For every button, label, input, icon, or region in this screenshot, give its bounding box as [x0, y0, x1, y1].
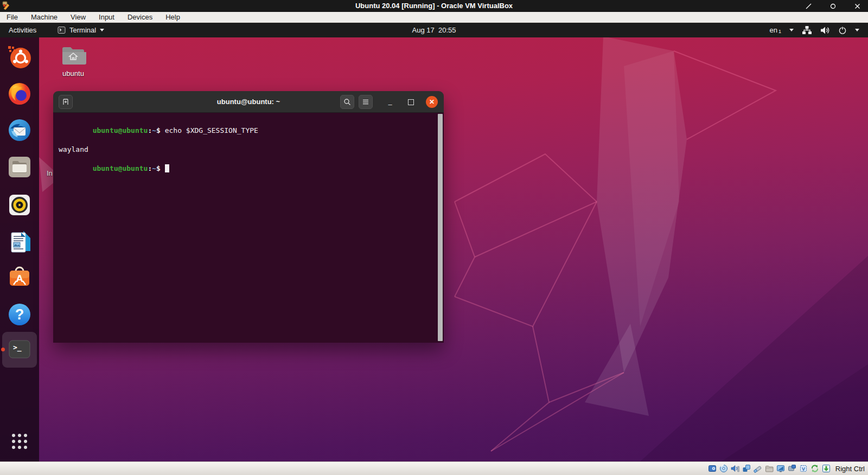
running-indicator-dot — [1, 348, 5, 351]
desktop-icon-label-partial: In — [47, 169, 53, 177]
home-folder-icon — [60, 44, 86, 66]
ubuntu-desktop: Activities Terminal Aug 17 20:55 en1 — [0, 23, 868, 461]
power-icon — [838, 26, 847, 35]
menu-devices[interactable]: Devices — [127, 13, 152, 21]
dock-item-libreoffice-writer[interactable] — [7, 229, 32, 254]
host-key-label: Right Ctrl — [835, 465, 865, 473]
shared-folders-status-icon[interactable] — [765, 464, 774, 473]
dock-item-ubuntu-logo[interactable] — [7, 45, 32, 70]
vbox-titlebar: Ubuntu 20.04 [Running] - Oracle VM Virtu… — [0, 0, 868, 12]
terminal-window: ubuntu@ubuntu: ~ – ✕ ubuntu@ubuntu:~$ — [53, 91, 444, 343]
terminal-titlebar[interactable]: ubuntu@ubuntu: ~ – ✕ — [53, 91, 444, 113]
volume-icon — [820, 26, 830, 35]
close-window-button[interactable] — [854, 3, 860, 9]
terminal-maximize-button[interactable] — [405, 95, 417, 109]
optical-disc-status-icon[interactable] — [719, 464, 728, 473]
recording-status-icon[interactable] — [788, 464, 796, 473]
command-text: echo $XDG_SESSION_TYPE — [165, 126, 258, 134]
dock-item-rhythmbox[interactable] — [7, 192, 32, 217]
dock-item-files[interactable] — [7, 155, 32, 179]
terminal-line: ubuntu@ubuntu:~$ echo $XDG_SESSION_TYPE — [59, 116, 431, 145]
chevron-down-icon — [855, 29, 859, 31]
audio-status-icon[interactable] — [731, 464, 739, 473]
clock[interactable]: Aug 17 20:55 — [0, 23, 868, 37]
menu-machine[interactable]: Machine — [31, 13, 58, 21]
hamburger-icon — [362, 99, 369, 105]
window-title: Ubuntu 20.04 [Running] - Oracle VM Virtu… — [0, 0, 868, 12]
features-chip-status-icon[interactable]: V — [799, 464, 808, 473]
dock: A ? >_ — [0, 37, 39, 461]
svg-text:A: A — [16, 273, 23, 284]
system-status-area[interactable]: en1 — [770, 23, 859, 37]
maximize-window-button[interactable] — [830, 3, 836, 9]
display-status-icon[interactable] — [776, 464, 785, 473]
terminal-output: wayland — [59, 145, 431, 155]
usb-status-icon[interactable] — [754, 464, 762, 473]
menu-file[interactable]: File — [7, 13, 18, 21]
gnome-top-bar: Activities Terminal Aug 17 20:55 en1 — [0, 23, 868, 37]
hard-disk-status-icon[interactable] — [708, 464, 717, 473]
virtualbox-window: { "vbox": { "title": "Ubuntu 20.04 [Runn… — [0, 0, 868, 475]
chevron-down-icon — [789, 29, 794, 31]
keyboard-capture-status-icon[interactable] — [822, 464, 831, 473]
svg-text:?: ? — [15, 306, 24, 323]
svg-text:V: V — [802, 466, 805, 472]
menu-view[interactable]: View — [71, 13, 86, 21]
menu-input[interactable]: Input — [99, 13, 114, 21]
dock-item-help[interactable]: ? — [7, 302, 32, 327]
desktop-icon-home-folder[interactable]: ubuntu — [56, 44, 90, 78]
dock-item-thunderbird[interactable] — [7, 118, 32, 143]
dock-item-terminal[interactable]: >_ — [7, 337, 32, 362]
search-icon — [343, 98, 351, 106]
terminal-line: ubuntu@ubuntu:~$ — [59, 154, 431, 183]
network-status-icon[interactable] — [742, 464, 751, 473]
show-applications-button[interactable] — [12, 434, 27, 449]
menu-help[interactable]: Help — [165, 13, 180, 21]
desktop-icon-label: ubuntu — [56, 69, 90, 78]
wired-network-icon — [802, 25, 812, 35]
search-button[interactable] — [340, 95, 354, 109]
minimize-window-button[interactable] — [806, 3, 812, 9]
dock-item-firefox[interactable] — [7, 81, 32, 106]
terminal-content[interactable]: ubuntu@ubuntu:~$ echo $XDG_SESSION_TYPE … — [53, 113, 444, 343]
terminal-cursor — [165, 164, 169, 172]
keyboard-layout-indicator[interactable]: en1 — [770, 26, 781, 34]
vbox-menubar: File Machine View Input Devices Help — [0, 12, 868, 23]
terminal-scrollbar[interactable] — [438, 114, 443, 341]
dock-item-ubuntu-software[interactable]: A — [7, 265, 32, 290]
close-icon: ✕ — [429, 99, 435, 105]
terminal-minimize-button[interactable]: – — [384, 95, 396, 109]
terminal-close-button[interactable]: ✕ — [426, 96, 438, 108]
vbox-statusbar: V Right Ctrl — [0, 461, 868, 475]
auto-resize-status-icon[interactable] — [810, 464, 819, 473]
svg-text:>_: >_ — [13, 343, 22, 352]
menu-button[interactable] — [359, 95, 373, 109]
